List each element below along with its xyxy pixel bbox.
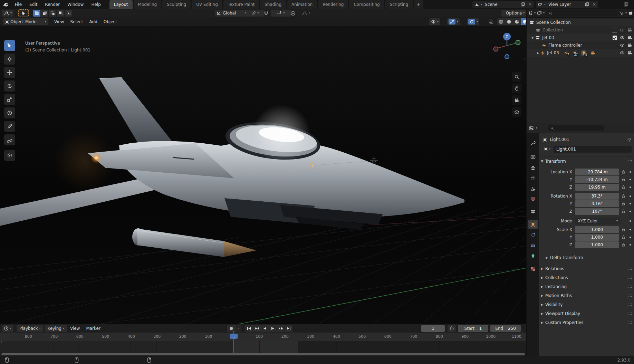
tab-physics-icon[interactable] [528, 230, 538, 239]
zoom-icon[interactable] [512, 72, 521, 82]
panel-motion-paths[interactable]: ▶Motion Paths [539, 291, 634, 300]
tab-texture-paint[interactable]: Texture Paint [223, 0, 259, 9]
transform-panel-header[interactable]: ▼Transform [539, 156, 634, 166]
panel-visibility[interactable]: ▶Visibility [539, 300, 634, 309]
tab-sculpting[interactable]: Sculpting [162, 0, 191, 9]
expand-triangle-icon[interactable]: ▼ [531, 36, 534, 39]
use-preview-range-stopwatch-icon[interactable] [448, 325, 456, 332]
prev-keyframe-button[interactable] [253, 325, 261, 332]
tool-transform[interactable] [4, 107, 15, 118]
editor-type-button[interactable]: ▾ [2, 10, 13, 17]
view-layer-browse-icon[interactable] [536, 2, 544, 7]
outliner-row-jet03[interactable]: ▼ Jet 03 [527, 34, 634, 41]
animate-dot[interactable] [630, 211, 631, 212]
viewport-menu-view[interactable]: View [51, 18, 67, 26]
scale-y-field[interactable]: 1.000 [575, 234, 619, 241]
menu-edit[interactable]: Edit [26, 0, 41, 9]
tab-layout[interactable]: Layout [109, 0, 133, 9]
delta-transform-subpanel[interactable]: ▶ Delta Transform [539, 254, 634, 261]
camera-icon[interactable] [627, 28, 632, 32]
panel-drag-grip[interactable] [628, 303, 632, 306]
show-gizmo-dropdown[interactable]: ▾ [447, 18, 460, 25]
tab-object-data-icon[interactable] [528, 251, 538, 260]
rotation-mode-dropdown[interactable]: XYZ Euler▾ [575, 218, 621, 224]
new-scene-icon[interactable] [519, 2, 526, 7]
properties-editor-icon[interactable] [529, 126, 534, 131]
select-mode-set-button[interactable] [33, 10, 41, 17]
outliner-editor-icon[interactable] [528, 11, 533, 16]
tool-add-primitive[interactable] [4, 150, 15, 161]
tab-collection-icon[interactable] [528, 207, 538, 216]
play-button[interactable] [269, 325, 277, 332]
viewport-canvas[interactable]: User Perspective (1) Scene Collection | … [0, 26, 526, 324]
duplicate-window-icon[interactable] [624, 2, 628, 7]
tab-rendering[interactable]: Rendering [318, 0, 348, 9]
eye-icon[interactable] [620, 50, 625, 55]
timeline-editor-type-button[interactable]: ▾ [2, 325, 13, 332]
lock-open-icon[interactable] [621, 194, 626, 198]
tab-modeling[interactable]: Modeling [134, 0, 162, 9]
playhead-line[interactable] [233, 331, 234, 353]
new-collection-icon[interactable] [628, 11, 633, 16]
panel-drag-grip[interactable] [628, 267, 632, 270]
transform-orientation-dropdown[interactable]: Global ▾ [215, 10, 249, 17]
collection-exclude-checkbox[interactable] [612, 28, 617, 33]
timeline-scrollbar[interactable] [0, 353, 526, 356]
scale-x-field[interactable]: 1.000 [575, 226, 619, 233]
panel-relations[interactable]: ▶Relations [539, 264, 634, 273]
panel-drag-grip[interactable] [628, 160, 632, 163]
lock-open-icon[interactable] [621, 209, 626, 213]
tool-scale[interactable] [4, 94, 15, 105]
tool-cursor[interactable] [4, 54, 15, 65]
start-frame-field[interactable]: Start 1 [458, 325, 488, 332]
camera-view-icon[interactable] [512, 95, 521, 105]
panel-collections[interactable]: ▶Collections [539, 273, 634, 282]
object-id-icon[interactable]: ▾ [542, 146, 552, 153]
breadcrumb-object-name[interactable]: Light.001 [550, 137, 569, 142]
rotation-y-field[interactable]: 3.16° [575, 200, 619, 207]
outliner-search[interactable] [546, 10, 618, 16]
tool-rotate[interactable] [4, 80, 15, 92]
jump-to-end-button[interactable] [285, 325, 293, 332]
location-z-field[interactable]: 19.95 m [575, 184, 619, 191]
select-mode-intersect-button[interactable] [65, 10, 72, 17]
tab-tool-icon[interactable] [528, 138, 538, 147]
unlink-scene-icon[interactable]: ✕ [526, 2, 534, 7]
panel-custom-properties[interactable]: ▶Custom Properties [539, 318, 634, 327]
tab-render-icon[interactable] [528, 152, 538, 161]
tab-texture-icon[interactable] [528, 265, 538, 274]
playback-menu[interactable]: Playback▾ [17, 325, 44, 332]
location-x-field[interactable]: -29.784 m [575, 169, 619, 175]
blender-logo[interactable] [3, 2, 9, 7]
panel-drag-grip[interactable] [628, 294, 632, 297]
timeline-scrollbar-thumb[interactable] [1, 353, 525, 355]
next-keyframe-button[interactable] [277, 325, 285, 332]
animate-dot[interactable] [630, 171, 631, 173]
snap-target-dropdown[interactable]: ▾ [271, 10, 291, 17]
lock-open-icon[interactable] [621, 177, 626, 182]
navigation-gizmo[interactable]: Z [492, 32, 521, 70]
tool-select-box[interactable] [4, 40, 15, 51]
tool-move[interactable] [4, 67, 15, 78]
timeline-track[interactable] [0, 341, 526, 353]
object-visibility-dropdown[interactable]: ▾ [429, 18, 440, 25]
viewport-menu-add[interactable]: Add [86, 18, 100, 26]
camera-icon[interactable] [627, 43, 632, 48]
rotation-x-field[interactable]: 37.3° [575, 193, 619, 200]
panel-instancing[interactable]: ▶Instancing [539, 282, 634, 291]
pin-icon[interactable] [627, 137, 632, 142]
camera-icon[interactable] [627, 35, 632, 40]
lock-open-icon[interactable] [621, 235, 626, 239]
menu-render[interactable]: Render [41, 0, 64, 9]
animate-dot[interactable] [630, 220, 631, 222]
current-frame-field[interactable]: 1 [421, 325, 445, 332]
shading-material-button[interactable] [513, 18, 521, 25]
mode-dropdown[interactable]: Object Mode ▾ [3, 18, 48, 25]
panel-viewport-display[interactable]: ▶Viewport Display [539, 309, 634, 318]
tab-constraints-icon[interactable] [528, 241, 538, 250]
show-overlays-dropdown[interactable]: ▾ [467, 18, 479, 25]
viewport-menu-object[interactable]: Object [100, 18, 120, 26]
jump-to-start-button[interactable] [245, 325, 253, 332]
tab-scene-icon[interactable] [528, 184, 538, 193]
lock-open-icon[interactable] [621, 170, 626, 174]
